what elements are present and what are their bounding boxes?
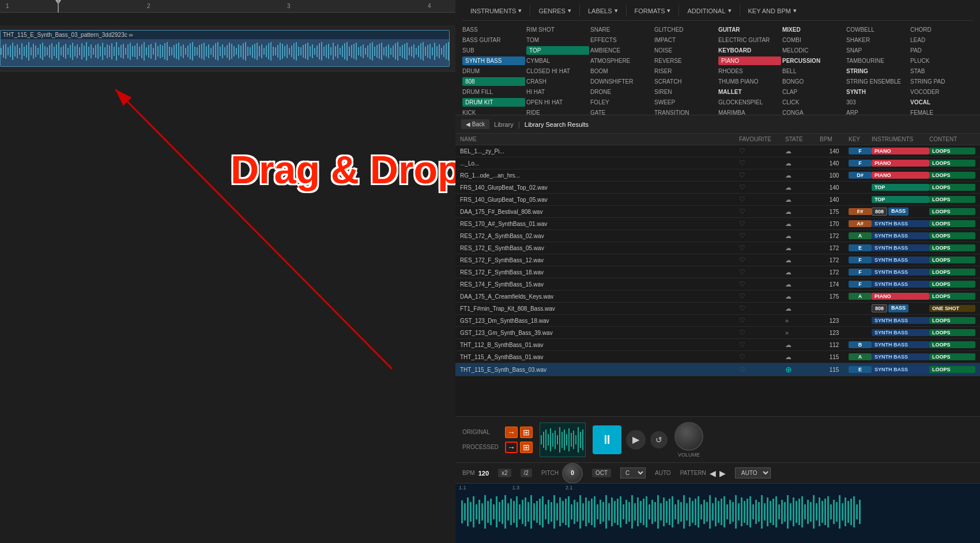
result-row[interactable]: RES_170_A#_SynthBass_01.wav ♡ ☁ 170 A# S…	[455, 218, 980, 230]
filter-synth-bass[interactable]: SYNTH BASS	[462, 56, 525, 65]
next-button[interactable]: ▶	[626, 430, 646, 450]
result-row[interactable]: FRS_140_GlurpBeat_Top_02.wav ♡ ☁ 140 TOP…	[455, 182, 980, 194]
filter-bongo[interactable]: BONGO	[782, 77, 845, 86]
instrument-badge[interactable]: SYNTH BASS	[872, 366, 929, 373]
result-row[interactable]: BEL_1..._zy_Pi... ♡ ☁ 140 F PIANO LOOPS	[455, 145, 980, 157]
filter-foley[interactable]: FOLEY	[590, 98, 653, 107]
filter-drum-kit[interactable]: DRUM KIT	[462, 98, 525, 107]
filter-rhodes[interactable]: RHODES	[718, 67, 781, 76]
tab-formats[interactable]: FORMATS ▾	[627, 5, 680, 17]
filter-top[interactable]: TOP	[526, 46, 589, 55]
result-row[interactable]: RES_172_A_SynthBass_02.wav ♡ ☁ 172 A SYN…	[455, 230, 980, 242]
filter-piano[interactable]: PIANO	[718, 56, 781, 65]
tab-genres[interactable]: GENRES ▾	[530, 5, 579, 17]
result-row[interactable]: RES_172_F_SynthBass_18.wav ♡ ☁ 172 F SYN…	[455, 266, 980, 278]
filter-guitar[interactable]: GUITAR	[718, 25, 781, 34]
filter-rim-shot[interactable]: RIM SHOT	[526, 25, 589, 34]
result-row[interactable]: FRS_140_GlurpBeat_Top_05.wav ♡ ☁ 140 TOP…	[455, 194, 980, 206]
favourite-icon[interactable]: ♡	[739, 208, 785, 216]
filter-lead[interactable]: LEAD	[910, 36, 973, 44]
back-button[interactable]: ◀ Back	[461, 119, 489, 129]
filter-string-pad[interactable]: STRING PAD	[910, 77, 973, 86]
processed-grid-button[interactable]: ⊞	[520, 442, 533, 453]
result-row[interactable]: ..._Lo... ♡ ☁ 140 F PIANO LOOPS	[455, 157, 980, 169]
filter-keyboard[interactable]: KEYBOARD	[718, 46, 781, 55]
filter-glockenspiel[interactable]: GLOCKENSPIEL	[718, 98, 781, 107]
instrument-badge[interactable]: SYNTH BASS	[872, 317, 929, 324]
result-row[interactable]: DAA_175_A_Creamfields_Keys.wav ♡ ☁ 175 A…	[455, 291, 980, 303]
filter-synth[interactable]: SYNTH	[846, 88, 909, 96]
instrument-badge[interactable]: SYNTH BASS	[872, 244, 929, 251]
result-row[interactable]: RES_174_F_SynthBass_15.wav ♡ ☁ 174 F SYN…	[455, 278, 980, 291]
favourite-icon[interactable]: ♡	[739, 159, 785, 167]
volume-knob[interactable]	[674, 422, 703, 451]
filter-open-hi-hat[interactable]: OPEN HI HAT	[526, 98, 589, 107]
original-grid-button[interactable]: ⊞	[520, 427, 533, 438]
favourite-icon[interactable]: ♡	[739, 147, 785, 155]
instrument-badge[interactable]: PIANO	[872, 160, 929, 167]
filter-ambience[interactable]: AMBIENCE	[590, 46, 653, 55]
filter-crash[interactable]: CRASH	[526, 77, 589, 86]
filter-303[interactable]: 303	[846, 98, 909, 107]
nav-library[interactable]: Library	[494, 121, 514, 128]
result-row-selected[interactable]: THT_115_E_Synth_Bass_03.wav ♡ ⊕ 115 E SY…	[455, 363, 980, 376]
tab-additional[interactable]: ADDITIONAL ▾	[679, 5, 740, 17]
filter-cowbell[interactable]: COWBELL	[846, 25, 909, 34]
favourite-icon[interactable]: ♡	[739, 183, 785, 191]
instrument-badge[interactable]: SYNTH BASS	[872, 269, 929, 276]
filter-electric-guitar[interactable]: ELECTRIC GUITAR	[718, 36, 781, 44]
filter-808[interactable]: 808	[462, 77, 525, 86]
filter-bass[interactable]: BASS	[462, 25, 525, 34]
filter-tambourine[interactable]: TAMBOURINE	[846, 56, 909, 65]
instrument-badge-bass[interactable]: BASS	[888, 208, 909, 216]
instrument-badge[interactable]: SYNTH BASS	[872, 257, 929, 263]
filter-clap[interactable]: CLAP	[782, 88, 845, 96]
filter-pluck[interactable]: PLUCK	[910, 56, 973, 65]
instrument-badge[interactable]: SYNTH BASS	[872, 232, 929, 239]
favourite-icon[interactable]: ♡	[739, 329, 785, 337]
filter-drum-fill[interactable]: DRUM FILL	[462, 88, 525, 96]
filter-impact[interactable]: IMPACT	[654, 36, 717, 44]
filter-chord[interactable]: CHORD	[910, 25, 973, 34]
result-row[interactable]: RES_172_E_SynthBass_05.wav ♡ ☁ 172 E SYN…	[455, 242, 980, 254]
favourite-icon[interactable]: ♡	[739, 232, 785, 240]
filter-bell[interactable]: BELL	[782, 67, 845, 76]
filter-sweep[interactable]: SWEEP	[654, 98, 717, 107]
filter-drum[interactable]: DRUM	[462, 67, 525, 76]
instrument-badge[interactable]: TOP	[872, 184, 929, 191]
pause-button[interactable]: ⏸	[593, 425, 621, 454]
key-select[interactable]: CC#DD# EFF#G G#AA#B	[620, 467, 646, 478]
instrument-badge[interactable]: SYNTH BASS	[872, 220, 929, 227]
filter-string[interactable]: STRING	[846, 67, 909, 76]
result-row[interactable]: RG_1...ode_...an_hrs... ♡ ☁ 100 D# PIANO…	[455, 169, 980, 182]
filter-thumb-piano[interactable]: THUMB PIANO	[718, 77, 781, 86]
result-row[interactable]: THT_115_A_SynthBass_01.wav ♡ ☁ 115 A SYN…	[455, 351, 980, 363]
pattern-next-button[interactable]: ▶	[719, 469, 726, 478]
filter-vocoder[interactable]: VOCODER	[910, 88, 973, 96]
favourite-icon[interactable]: ♡	[739, 304, 785, 312]
favourite-icon[interactable]: ♡	[739, 316, 785, 325]
instrument-badge[interactable]: SYNTH BASS	[872, 341, 929, 348]
favourite-icon[interactable]: ♡	[739, 244, 785, 252]
result-row[interactable]: RES_172_F_SynthBass_12.wav ♡ ☁ 172 F SYN…	[455, 254, 980, 266]
instrument-badge[interactable]: SYNTH BASS	[872, 353, 929, 360]
instrument-badge[interactable]: PIANO	[872, 293, 929, 300]
tab-instruments[interactable]: INSTRUMENTS ▾	[462, 5, 530, 17]
filter-sub[interactable]: SUB	[462, 46, 525, 55]
instrument-badge[interactable]: PIANO	[872, 148, 929, 154]
filter-melodic[interactable]: MELODIC	[782, 46, 845, 55]
track-clip[interactable]: THT_115_E_Synth_Bass_03_pattern_3dd2923c…	[0, 30, 450, 67]
filter-siren[interactable]: SIREN	[654, 88, 717, 96]
filter-hi-hat[interactable]: HI HAT	[526, 88, 589, 96]
favourite-icon[interactable]: ♡	[739, 280, 785, 288]
cycle-button[interactable]: ↺	[650, 431, 668, 448]
favourite-icon[interactable]: ♡	[739, 171, 785, 179]
nav-search-results[interactable]: Library Search Results	[525, 121, 589, 128]
filter-snare[interactable]: SNARE	[590, 25, 653, 34]
oct-button[interactable]: OCT	[592, 469, 611, 477]
favourite-icon[interactable]: ♡	[739, 268, 785, 276]
filter-noise[interactable]: NOISE	[654, 46, 717, 55]
filter-closed-hi-hat[interactable]: CLOSED HI HAT	[526, 67, 589, 76]
result-row[interactable]: FT1_F#min_Trap_Kit_808_Bass.wav ♡ ☁ 808 …	[455, 303, 980, 315]
filter-drone[interactable]: DRONE	[590, 88, 653, 96]
